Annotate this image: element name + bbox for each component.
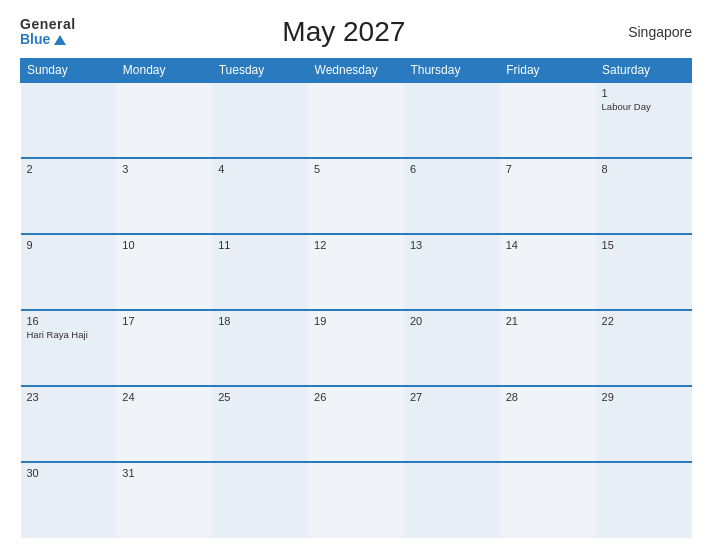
calendar-cell: [404, 82, 500, 158]
day-number: 29: [602, 391, 686, 403]
day-number: 16: [27, 315, 111, 327]
day-number: 13: [410, 239, 494, 251]
calendar-cell: 22: [596, 310, 692, 386]
day-number: 30: [27, 467, 111, 479]
day-number: 2: [27, 163, 111, 175]
calendar-cell: 28: [500, 386, 596, 462]
day-number: 15: [602, 239, 686, 251]
calendar-cell: 19: [308, 310, 404, 386]
calendar-title: May 2027: [76, 16, 612, 48]
calendar-cell: [21, 82, 117, 158]
calendar-cell: 30: [21, 462, 117, 538]
day-number: 21: [506, 315, 590, 327]
logo-general-text: General: [20, 17, 76, 32]
day-number: 27: [410, 391, 494, 403]
calendar-cell: 21: [500, 310, 596, 386]
day-number: 6: [410, 163, 494, 175]
calendar-cell: [308, 82, 404, 158]
calendar-cell: [308, 462, 404, 538]
calendar-cell: 16Hari Raya Haji: [21, 310, 117, 386]
calendar-cell: [116, 82, 212, 158]
day-number: 25: [218, 391, 302, 403]
col-monday: Monday: [116, 59, 212, 83]
day-number: 18: [218, 315, 302, 327]
day-number: 17: [122, 315, 206, 327]
day-number: 20: [410, 315, 494, 327]
calendar-cell: 17: [116, 310, 212, 386]
weekday-header-row: Sunday Monday Tuesday Wednesday Thursday…: [21, 59, 692, 83]
day-number: 10: [122, 239, 206, 251]
day-number: 14: [506, 239, 590, 251]
calendar-cell: 26: [308, 386, 404, 462]
calendar-cell: 4: [212, 158, 308, 234]
calendar-cell: [212, 462, 308, 538]
day-number: 24: [122, 391, 206, 403]
day-number: 22: [602, 315, 686, 327]
calendar-table: Sunday Monday Tuesday Wednesday Thursday…: [20, 58, 692, 538]
calendar-week-row: 23242526272829: [21, 386, 692, 462]
col-wednesday: Wednesday: [308, 59, 404, 83]
calendar-cell: 10: [116, 234, 212, 310]
day-number: 4: [218, 163, 302, 175]
calendar-cell: 31: [116, 462, 212, 538]
calendar-cell: 27: [404, 386, 500, 462]
calendar-cell: 9: [21, 234, 117, 310]
calendar-cell: 29: [596, 386, 692, 462]
calendar-cell: 24: [116, 386, 212, 462]
holiday-name: Labour Day: [602, 101, 686, 113]
calendar-page: General Blue May 2027 Singapore Sunday M…: [0, 0, 712, 550]
day-number: 3: [122, 163, 206, 175]
calendar-week-row: 16Hari Raya Haji171819202122: [21, 310, 692, 386]
logo-blue-text: Blue: [20, 32, 66, 47]
col-tuesday: Tuesday: [212, 59, 308, 83]
calendar-week-row: 1Labour Day: [21, 82, 692, 158]
calendar-cell: 6: [404, 158, 500, 234]
day-number: 19: [314, 315, 398, 327]
calendar-cell: 2: [21, 158, 117, 234]
calendar-cell: 7: [500, 158, 596, 234]
day-number: 9: [27, 239, 111, 251]
calendar-cell: [596, 462, 692, 538]
day-number: 12: [314, 239, 398, 251]
calendar-cell: 13: [404, 234, 500, 310]
logo-triangle-icon: [54, 35, 66, 45]
calendar-cell: 8: [596, 158, 692, 234]
calendar-cell: [500, 82, 596, 158]
day-number: 11: [218, 239, 302, 251]
col-thursday: Thursday: [404, 59, 500, 83]
calendar-cell: 20: [404, 310, 500, 386]
day-number: 31: [122, 467, 206, 479]
calendar-cell: [404, 462, 500, 538]
calendar-cell: 5: [308, 158, 404, 234]
day-number: 26: [314, 391, 398, 403]
day-number: 5: [314, 163, 398, 175]
calendar-cell: 18: [212, 310, 308, 386]
holiday-name: Hari Raya Haji: [27, 329, 111, 341]
calendar-cell: [212, 82, 308, 158]
calendar-cell: 12: [308, 234, 404, 310]
calendar-cell: 23: [21, 386, 117, 462]
calendar-cell: 15: [596, 234, 692, 310]
calendar-week-row: 2345678: [21, 158, 692, 234]
col-sunday: Sunday: [21, 59, 117, 83]
logo: General Blue: [20, 17, 76, 48]
calendar-cell: [500, 462, 596, 538]
country-label: Singapore: [612, 24, 692, 40]
col-saturday: Saturday: [596, 59, 692, 83]
day-number: 1: [602, 87, 686, 99]
calendar-header: General Blue May 2027 Singapore: [20, 16, 692, 48]
day-number: 23: [27, 391, 111, 403]
calendar-cell: 3: [116, 158, 212, 234]
calendar-cell: 25: [212, 386, 308, 462]
day-number: 8: [602, 163, 686, 175]
calendar-cell: 14: [500, 234, 596, 310]
col-friday: Friday: [500, 59, 596, 83]
calendar-cell: 11: [212, 234, 308, 310]
calendar-cell: 1Labour Day: [596, 82, 692, 158]
calendar-week-row: 9101112131415: [21, 234, 692, 310]
day-number: 7: [506, 163, 590, 175]
day-number: 28: [506, 391, 590, 403]
calendar-week-row: 3031: [21, 462, 692, 538]
